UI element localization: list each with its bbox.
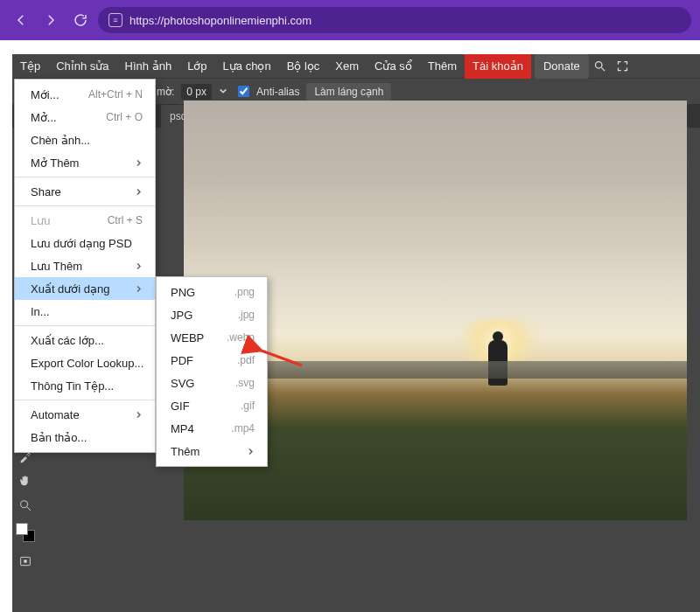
back-button[interactable] [9,8,33,32]
menu-item-label: WEBP [171,331,204,344]
menu-item-label: Lưu [31,214,50,227]
site-info-icon[interactable]: ≡ [108,13,122,27]
menu-item-shortcut: Ctrl + S [108,214,143,226]
menu-layer[interactable]: Lớp [179,54,214,79]
export-menu-item[interactable]: WEBP.webp [157,326,267,349]
menu-item-label: Thêm [171,445,200,458]
menu-item-label: PDF [171,354,193,367]
export-menu-item[interactable]: GIF.gif [157,394,267,417]
menu-item-ext: .webp [227,331,255,344]
file-menu-item[interactable]: Mở Thêm [15,151,155,174]
menu-select[interactable]: Lựa chọn [215,54,279,79]
tool-zoom[interactable] [14,495,37,516]
svg-point-4 [21,501,28,508]
menu-item-shortcut: Alt+Ctrl + N [88,88,143,101]
menu-item-label: Share [31,185,61,198]
antialias-label: Anti-alias [256,86,299,98]
menu-filter[interactable]: Bộ lọc [279,54,328,79]
export-menu-item[interactable]: MP4.mp4 [157,417,267,440]
menu-item-ext: .svg [235,377,255,389]
menu-file[interactable]: Tệp [12,54,48,79]
address-bar[interactable]: ≡ https://photoshoponlinemienphi.com [98,7,691,33]
svg-point-0 [596,62,603,69]
file-menu-item[interactable]: Automate [15,403,155,426]
refine-edge-button[interactable]: Làm láng cạnh [306,83,391,101]
chevron-right-icon [135,282,143,296]
menu-account[interactable]: Tài khoản [465,54,531,79]
menu-item-label: Mở... [31,111,57,124]
annotation-arrow [254,346,306,376]
menu-edit[interactable]: Chỉnh sửa [48,54,116,79]
menu-view[interactable]: Xem [327,54,367,79]
canvas-image [488,340,508,386]
file-menu-item[interactable]: Export Color Lookup... [15,351,155,374]
chevron-right-icon [135,260,143,273]
chevron-right-icon [135,156,143,170]
menu-item-ext: .pdf [237,354,255,366]
browser-toolbar: ≡ https://photoshoponlinemienphi.com [0,0,700,40]
menu-item-label: Lưu Thêm [31,260,82,273]
search-icon[interactable] [589,59,612,73]
reload-button[interactable] [68,8,93,32]
menu-item-label: Export Color Lookup... [31,357,144,370]
menu-item-label: Bản thảo... [31,431,87,444]
svg-line-1 [602,67,606,71]
menu-item-label: GIF [171,400,190,413]
menu-more[interactable]: Thêm [420,54,465,79]
file-menu-item[interactable]: Thông Tin Tệp... [15,374,155,397]
file-menu-item[interactable]: Chèn ảnh... [15,129,155,151]
export-menu-item[interactable]: PNG.png [157,281,267,303]
file-menu: Mới...Alt+Ctrl + NMở...Ctrl + OChèn ảnh.… [14,79,156,453]
antialias-checkbox[interactable] [238,86,249,97]
menu-item-label: Thông Tin Tệp... [31,379,114,393]
chevron-right-icon [247,445,255,458]
menu-item-label: Xuất dưới dạng [31,282,110,296]
tool-quickmask[interactable] [14,551,37,572]
file-menu-item[interactable]: Xuất dưới dạng [15,277,155,300]
file-menu-item[interactable]: Lưu dưới dạng PSD [15,232,155,254]
menu-item-ext: .jpg [238,309,255,321]
svg-line-5 [27,507,31,511]
fg-color[interactable] [16,523,28,535]
menu-item-label: Mở Thêm [31,156,79,170]
color-swatch[interactable] [16,523,35,542]
svg-point-7 [24,560,27,563]
tool-hand[interactable] [14,470,37,491]
file-menu-item[interactable]: Lưu Thêm [15,254,155,277]
menu-item-label: In... [31,305,50,318]
url-text: https://photoshoponlinemienphi.com [130,14,312,27]
forward-button[interactable] [38,8,63,32]
svg-line-8 [259,350,302,365]
menu-window[interactable]: Cửa sổ [367,54,420,79]
feather-value[interactable]: 0 px [181,84,212,100]
feather-dropdown-icon[interactable] [219,86,231,98]
export-menu-item[interactable]: SVG.svg [157,372,267,394]
menu-image[interactable]: Hình ảnh [117,54,180,79]
menu-item-label: Xuất các lớp... [31,334,104,347]
file-menu-item[interactable]: Mở...Ctrl + O [15,106,155,129]
file-menu-item[interactable]: Mới...Alt+Ctrl + N [15,83,155,106]
menu-item-label: Lưu dưới dạng PSD [31,237,132,250]
menu-item-label: Automate [31,408,80,421]
chevron-right-icon [135,185,143,198]
file-menu-item[interactable]: Bản thảo... [15,426,155,449]
feather-label: mờ: [157,86,174,98]
file-menu-item[interactable]: Share [15,180,155,203]
file-menu-item[interactable]: Xuất các lớp... [15,329,155,351]
fullscreen-icon[interactable] [612,59,634,73]
donate-button[interactable]: Donate [535,54,589,79]
menu-item-ext: .png [234,286,255,298]
export-menu-item[interactable]: Thêm [157,440,267,462]
menu-item-label: PNG [171,286,195,299]
file-menu-item[interactable]: LưuCtrl + S [15,209,155,232]
menu-item-label: Chèn ảnh... [31,134,90,147]
menu-item-ext: .mp4 [231,422,255,435]
menu-bar: Tệp Chỉnh sửa Hình ảnh Lớp Lựa chọn Bộ l… [12,54,700,79]
export-submenu: PNG.pngJPG.jpgWEBP.webpPDF.pdfSVG.svgGIF… [156,276,268,467]
menu-item-ext: .gif [241,400,255,412]
file-menu-item[interactable]: In... [15,300,155,323]
menu-item-label: MP4 [171,422,194,435]
export-menu-item[interactable]: JPG.jpg [157,303,267,326]
menu-item-label: SVG [171,377,194,390]
export-menu-item[interactable]: PDF.pdf [157,349,267,372]
